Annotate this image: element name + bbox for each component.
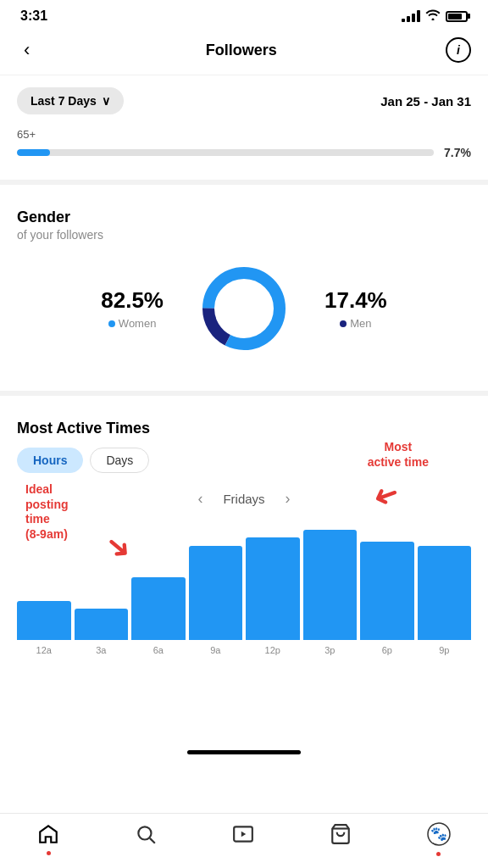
filter-row: Last 7 Days ∨ Jan 25 - Jan 31 [0,75,488,123]
age-section: 65+ 7.7% [0,123,488,173]
bar-column: 12a [17,520,71,655]
bar [75,609,129,640]
signal-icon [402,10,420,22]
men-dot [340,320,347,327]
video-icon [232,823,254,850]
bar-label: 6p [382,645,392,655]
age-bar-track [17,149,434,156]
section-divider [0,180,488,185]
bottom-nav: 🐾 [0,813,488,868]
header: ‹ Followers i [0,29,488,75]
chart-day-label: Fridays [223,492,264,506]
bar-column: 3a [75,520,129,655]
page-title: Followers [206,42,277,59]
bar-column: 6p [360,520,414,655]
profile-icon: 🐾 [427,822,451,851]
bar [418,546,472,640]
gender-subtitle: of your followers [17,228,471,242]
gender-donut-chart [197,262,291,355]
age-bar-fill [17,149,50,156]
bar-column: 12p [246,520,300,655]
svg-point-2 [139,826,152,839]
active-times-title: Most Active Times [17,420,471,437]
status-icons [402,9,468,23]
nav-search[interactable] [135,823,157,850]
svg-text:🐾: 🐾 [430,826,447,842]
women-percent: 82.5% [101,287,164,314]
bar [303,530,358,640]
date-filter-button[interactable]: Last 7 Days ∨ [17,87,124,114]
bar-column: 9p [418,520,472,655]
donut-svg [197,262,291,355]
date-range-label: Jan 25 - Jan 31 [380,94,471,108]
chevron-down-icon: ∨ [102,94,110,108]
age-bar-row: 7.7% [17,146,471,159]
next-day-button[interactable]: › [279,487,297,511]
bar-column: 6a [131,520,186,655]
bar [17,601,71,640]
wifi-icon [425,9,441,23]
status-bar: 3:31 [0,0,488,29]
bar [360,542,414,640]
chart-wrapper: Ideal posting time (8-9am) ‹ Fridays › M… [17,487,471,655]
bar-label: 12a [36,645,52,655]
men-percent: 17.4% [324,287,387,314]
bar-column: 3p [303,520,358,655]
status-time: 3:31 [20,8,47,24]
women-dot [108,320,115,327]
bar-chart-nav: ‹ Fridays › [17,487,471,511]
gender-title: Gender [17,209,471,226]
nav-shop[interactable] [330,823,352,850]
gender-section: Gender of your followers 82.5% Women [0,192,488,384]
active-times-section: Most Active Times Hours Days Ideal posti… [0,403,488,664]
women-label: Women [101,317,164,330]
bar [131,577,186,640]
bar-label: 9a [210,645,220,655]
hours-toggle-button[interactable]: Hours [17,448,83,473]
home-icon [37,823,59,850]
info-button[interactable]: i [446,37,471,63]
nav-home[interactable] [37,823,59,850]
nav-profile[interactable]: 🐾 [427,822,451,851]
bar-label: 6a [153,645,164,655]
bar [189,546,243,640]
search-icon [135,823,157,850]
battery-icon [446,11,468,22]
toggle-row: Hours Days [17,448,471,473]
bar-column: 9a [189,520,243,655]
home-indicator [187,750,301,754]
gender-chart-row: 82.5% Women 17.4% [17,242,471,376]
profile-dot [436,852,441,856]
age-percent: 7.7% [444,146,471,159]
bar [246,537,300,640]
bar-chart: 12a3a6a9a12p3p6p9p [17,520,471,655]
days-toggle-button[interactable]: Days [90,448,149,473]
main-content: Last 7 Days ∨ Jan 25 - Jan 31 65+ 7.7% G… [0,75,488,740]
back-button[interactable]: ‹ [17,36,36,64]
home-dot [47,851,51,855]
men-stat: 17.4% Men [324,287,387,330]
bar-label: 9p [439,645,449,655]
women-stat: 82.5% Women [101,287,164,330]
nav-video[interactable] [232,823,254,850]
bar-label: 12p [265,645,280,655]
bar-label: 3p [324,645,335,655]
men-label: Men [324,317,387,330]
section-divider-2 [0,391,488,396]
age-label: 65+ [17,128,471,141]
prev-day-button[interactable]: ‹ [191,487,209,511]
bar-label: 3a [96,645,106,655]
svg-line-3 [150,838,155,843]
shop-icon [330,823,352,850]
